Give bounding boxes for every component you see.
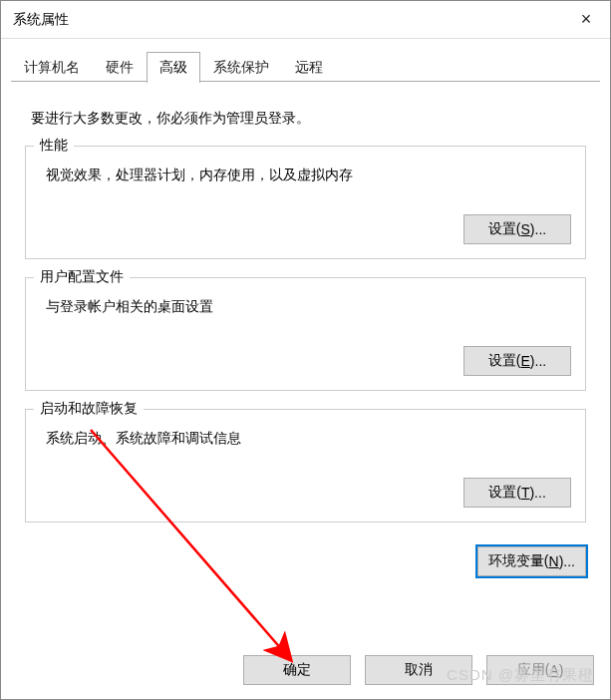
startup-desc: 系统启动、系统故障和调试信息 bbox=[46, 430, 571, 448]
apply-button[interactable]: 应用(A) bbox=[486, 655, 594, 685]
advanced-tab-content: 要进行大多数更改，你必须作为管理员登录。 性能 视觉效果，处理器计划，内存使用，… bbox=[1, 82, 610, 647]
dialog-title: 系统属性 bbox=[13, 11, 69, 29]
tab-advanced[interactable]: 高级 bbox=[147, 52, 200, 83]
startup-title: 启动和故障恢复 bbox=[34, 400, 144, 418]
startup-recovery-group: 启动和故障恢复 系统启动、系统故障和调试信息 设置(T)... bbox=[25, 409, 586, 523]
performance-group: 性能 视觉效果，处理器计划，内存使用，以及虚拟内存 设置(S)... bbox=[25, 146, 586, 259]
tab-remote[interactable]: 远程 bbox=[282, 52, 336, 83]
cancel-button[interactable]: 取消 bbox=[365, 655, 472, 685]
close-icon[interactable]: × bbox=[562, 1, 610, 38]
dialog-footer: 确定 取消 应用(A) bbox=[1, 647, 610, 699]
performance-title: 性能 bbox=[34, 137, 74, 155]
environment-variables-button[interactable]: 环境变量(N)... bbox=[477, 546, 586, 576]
performance-desc: 视觉效果，处理器计划，内存使用，以及虚拟内存 bbox=[46, 167, 571, 184]
tab-system-protection[interactable]: 系统保护 bbox=[200, 52, 282, 83]
user-profile-settings-button[interactable]: 设置(E)... bbox=[463, 346, 571, 376]
tab-computer-name[interactable]: 计算机名 bbox=[11, 52, 93, 83]
tab-hardware[interactable]: 硬件 bbox=[93, 52, 147, 83]
tab-strip: 计算机名 硬件 高级 系统保护 远程 bbox=[1, 39, 610, 82]
startup-settings-button[interactable]: 设置(T)... bbox=[463, 478, 571, 508]
user-profile-group: 用户配置文件 与登录帐户相关的桌面设置 设置(E)... bbox=[25, 277, 586, 391]
ok-button[interactable]: 确定 bbox=[243, 655, 351, 685]
user-profile-desc: 与登录帐户相关的桌面设置 bbox=[46, 298, 571, 316]
tab-underline bbox=[11, 81, 600, 82]
system-properties-dialog: 系统属性 × 计算机名 硬件 高级 系统保护 远程 要进行大多数更改，你必须作为… bbox=[0, 0, 611, 700]
user-profile-title: 用户配置文件 bbox=[34, 268, 130, 286]
titlebar: 系统属性 × bbox=[1, 1, 610, 39]
performance-settings-button[interactable]: 设置(S)... bbox=[463, 214, 571, 244]
admin-notice: 要进行大多数更改，你必须作为管理员登录。 bbox=[31, 110, 580, 128]
